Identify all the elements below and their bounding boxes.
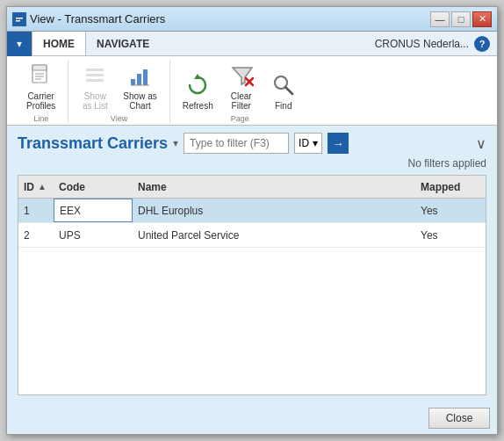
svg-line-21 bbox=[285, 87, 292, 94]
carrier-profiles-button[interactable]: CarrierProfiles bbox=[21, 60, 61, 112]
window-close-button[interactable]: ✕ bbox=[472, 11, 492, 27]
show-as-list-icon bbox=[81, 61, 109, 90]
filter-bar: Transsmart Carriers ▾ ID ▾ → ∨ bbox=[18, 133, 486, 154]
filter-go-button[interactable]: → bbox=[328, 133, 349, 154]
content-area: Transsmart Carriers ▾ ID ▾ → ∨ No filter… bbox=[7, 126, 497, 402]
col-header-code[interactable]: Code bbox=[54, 176, 133, 198]
clear-filter-button[interactable]: ClearFilter bbox=[222, 60, 261, 112]
tab-navigate[interactable]: NAVIGATE bbox=[86, 32, 161, 55]
title-bar-controls: — □ ✕ bbox=[430, 11, 492, 27]
title-bar: View - Transsmart Carriers — □ ✕ bbox=[7, 7, 497, 32]
find-icon bbox=[270, 71, 298, 99]
maximize-button[interactable]: □ bbox=[451, 11, 471, 27]
ribbon-page-items: Refresh ClearFilter bbox=[177, 60, 303, 112]
ribbon-line-items: CarrierProfiles bbox=[21, 60, 61, 112]
page-title: Transsmart Carriers bbox=[18, 134, 168, 153]
company-name: CRONUS Nederla... bbox=[375, 38, 469, 50]
carrier-profiles-icon bbox=[27, 61, 55, 90]
svg-rect-1 bbox=[16, 18, 23, 19]
show-as-chart-icon bbox=[126, 61, 155, 90]
find-label: Find bbox=[275, 101, 292, 111]
show-as-list-label: Showas List bbox=[83, 91, 108, 111]
filter-collapse-button[interactable]: ∨ bbox=[476, 135, 486, 152]
svg-rect-0 bbox=[14, 14, 25, 25]
col-header-mapped[interactable]: Mapped bbox=[415, 176, 486, 198]
sort-arrow-id: ▲ bbox=[38, 182, 47, 192]
window-title: View - Transsmart Carriers bbox=[30, 12, 165, 25]
svg-rect-9 bbox=[86, 74, 104, 76]
show-as-chart-button[interactable]: Show asChart bbox=[118, 60, 162, 112]
ribbon-view-label: View bbox=[76, 114, 162, 123]
bottom-bar: Close bbox=[7, 402, 497, 434]
menu-bar: ▾ HOME NAVIGATE CRONUS Nederla... ? bbox=[7, 32, 497, 56]
filter-field-select[interactable]: ID ▾ bbox=[294, 133, 322, 154]
refresh-label: Refresh bbox=[183, 101, 213, 111]
no-filters-text: No filters applied bbox=[18, 157, 486, 170]
table-row[interactable]: 1 EEX DHL Europlus Yes bbox=[18, 199, 486, 223]
cell-code-2: UPS bbox=[54, 223, 133, 247]
close-button[interactable]: Close bbox=[428, 408, 490, 429]
app-icon bbox=[12, 12, 26, 26]
menu-dropdown-button[interactable]: ▾ bbox=[7, 32, 32, 56]
refresh-button[interactable]: Refresh bbox=[177, 69, 219, 112]
show-as-chart-label: Show asChart bbox=[123, 91, 156, 111]
ribbon: CarrierProfiles Line Showas List bbox=[7, 56, 497, 126]
svg-marker-15 bbox=[194, 74, 201, 79]
find-button[interactable]: Find bbox=[264, 69, 303, 112]
svg-rect-2 bbox=[16, 20, 20, 22]
ribbon-line-label: Line bbox=[21, 114, 61, 123]
page-title-dropdown[interactable]: ▾ bbox=[173, 137, 178, 149]
ribbon-page-label: Page bbox=[177, 114, 303, 123]
cell-code-1[interactable]: EEX bbox=[54, 199, 133, 222]
carrier-profiles-label: CarrierProfiles bbox=[26, 91, 55, 111]
cell-name-1: DHL Europlus bbox=[133, 199, 415, 222]
svg-rect-13 bbox=[143, 69, 148, 85]
ribbon-view-items: Showas List Show asChart bbox=[76, 60, 162, 112]
svg-rect-12 bbox=[137, 74, 141, 85]
col-header-id[interactable]: ID ▲ bbox=[18, 176, 54, 198]
show-as-list-button[interactable]: Showas List bbox=[76, 60, 114, 112]
menu-bar-right: CRONUS Nederla... ? bbox=[375, 36, 497, 52]
cell-mapped-1: Yes bbox=[415, 199, 486, 222]
svg-rect-4 bbox=[32, 65, 47, 70]
cell-id-1: 1 bbox=[18, 199, 54, 222]
ribbon-group-page: Refresh ClearFilter bbox=[170, 60, 310, 123]
filter-input[interactable] bbox=[184, 133, 289, 154]
minimize-button[interactable]: — bbox=[430, 11, 450, 27]
cell-mapped-2: Yes bbox=[415, 223, 486, 247]
help-button[interactable]: ? bbox=[474, 36, 490, 52]
cell-name-2: United Parcel Service bbox=[133, 223, 415, 247]
clear-filter-label: ClearFilter bbox=[231, 91, 252, 111]
svg-rect-8 bbox=[86, 69, 104, 71]
table-row[interactable]: 2 UPS United Parcel Service Yes bbox=[18, 223, 486, 248]
col-header-name[interactable]: Name bbox=[133, 176, 415, 198]
clear-filter-icon bbox=[227, 61, 256, 90]
table-header: ID ▲ Code Name Mapped bbox=[18, 176, 486, 199]
main-window: View - Transsmart Carriers — □ ✕ ▾ HOME … bbox=[6, 6, 498, 435]
cell-id-2: 2 bbox=[18, 223, 54, 247]
svg-rect-11 bbox=[131, 79, 135, 85]
ribbon-group-view: Showas List Show asChart View bbox=[68, 60, 169, 123]
ribbon-group-line: CarrierProfiles Line bbox=[14, 60, 68, 123]
data-table: ID ▲ Code Name Mapped 1 EEX DHL Europlus… bbox=[18, 175, 486, 395]
refresh-icon bbox=[184, 71, 212, 99]
filter-field-label: ID bbox=[299, 137, 309, 149]
title-bar-left: View - Transsmart Carriers bbox=[12, 12, 165, 26]
filter-field-arrow: ▾ bbox=[313, 137, 318, 149]
tab-home[interactable]: HOME bbox=[32, 32, 86, 55]
svg-rect-10 bbox=[86, 79, 104, 82]
